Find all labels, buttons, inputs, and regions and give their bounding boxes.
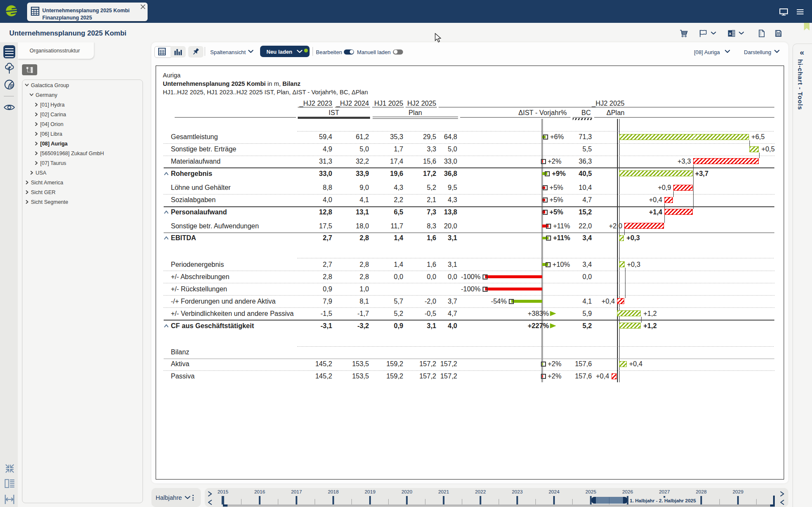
- svg-text:X: X: [729, 32, 731, 36]
